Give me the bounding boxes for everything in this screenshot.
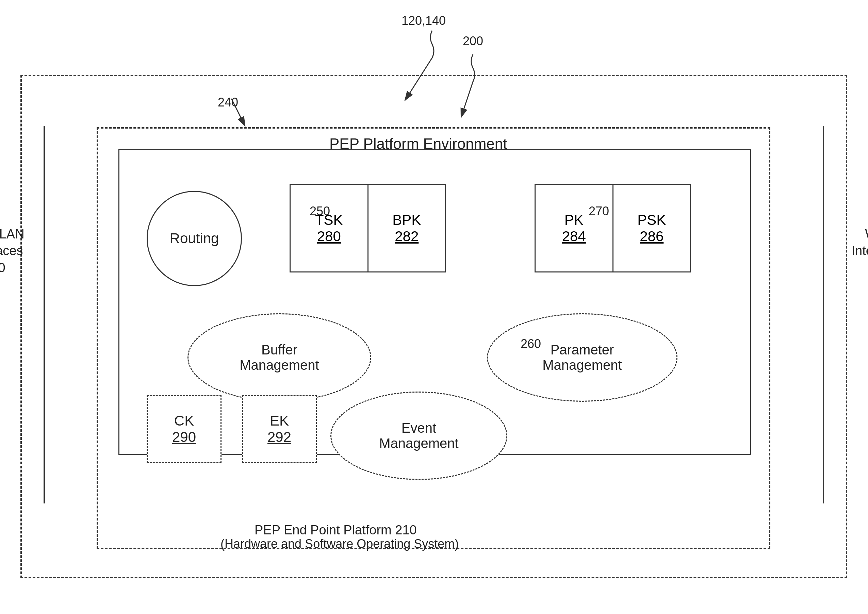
bpk-num-label: 282: [395, 228, 419, 245]
event-management-label1: Event: [402, 420, 436, 436]
event-management-ellipse: Event Management: [331, 392, 507, 480]
ck-label: CK: [174, 412, 194, 429]
bpk-cell: BPK 282: [368, 185, 446, 271]
pk-label: PK: [565, 212, 584, 228]
event-management-label2: Management: [379, 436, 458, 451]
wan-label: WAN Interfaces 230: [846, 226, 868, 276]
ref-120-140-label: 120,140: [402, 14, 446, 28]
ref-270-label: 270: [589, 204, 609, 219]
parameter-management-label2: Management: [542, 358, 622, 373]
psk-num-label: 286: [640, 228, 663, 245]
outer-dashed-box: PEP Platform Environment Routing TSK 280…: [20, 75, 847, 578]
pep-endpoint-label: PEP End Point Platform 210: [255, 523, 417, 538]
ref-260-label: 260: [520, 337, 541, 351]
tsk-num-label: 280: [317, 228, 341, 245]
ck-box: CK 290: [147, 395, 222, 463]
tsk-bpk-box: TSK 280 BPK 282: [290, 184, 446, 273]
ref-240-label: 240: [218, 95, 238, 110]
ek-box: EK 292: [242, 395, 317, 463]
routing-label: Routing: [170, 230, 219, 247]
ref-200-label: 200: [463, 34, 483, 48]
wan-label1: WAN: [865, 227, 868, 241]
tsk-cell: TSK 280: [290, 185, 368, 271]
parameter-management-label1: Parameter: [551, 342, 614, 358]
pk-cell: PK 284: [536, 185, 613, 271]
buffer-management-label2: Management: [239, 358, 319, 373]
ref-250-label: 250: [310, 204, 330, 219]
routing-circle: Routing: [147, 191, 242, 286]
local-lan-label2: Interfaces: [0, 243, 23, 258]
psk-label: PSK: [637, 212, 666, 228]
diagram-container: 120,140 200 PEP Platform Environment Rou…: [0, 0, 868, 614]
bpk-label: BPK: [392, 212, 421, 228]
wan-label2: Interfaces: [852, 243, 868, 258]
pep-platform-box: Routing TSK 280 BPK 282 PK: [118, 149, 751, 455]
pk-psk-box: PK 284 PSK 286: [534, 184, 691, 273]
parameter-management-ellipse: Parameter Management: [487, 313, 677, 402]
buffer-management-ellipse: Buffer Management: [188, 313, 371, 402]
inner-dashed-box: PEP Platform Environment Routing TSK 280…: [96, 127, 770, 549]
local-lan-label3: 220: [0, 260, 5, 275]
pk-num-label: 284: [562, 228, 586, 245]
ek-label: EK: [270, 412, 289, 429]
ek-num-label: 292: [267, 429, 291, 445]
ck-num-label: 290: [172, 429, 196, 445]
psk-cell: PSK 286: [613, 185, 690, 271]
local-lan-label: Local LAN Interfaces 220: [0, 226, 29, 276]
pep-endpoint-label2: (Hardware and Software Operating System): [220, 537, 459, 551]
buffer-management-label1: Buffer: [261, 342, 297, 358]
local-lan-label1: Local LAN: [0, 227, 25, 241]
